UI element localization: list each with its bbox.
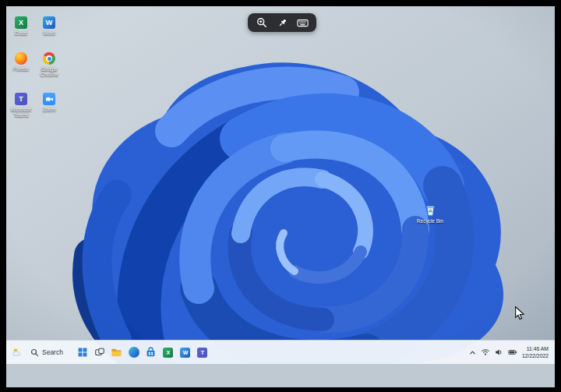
search-label: Search xyxy=(42,348,63,356)
word-icon: W xyxy=(43,16,55,29)
desktop-icon-label: Microsoft Teams xyxy=(7,107,35,118)
wifi-icon xyxy=(481,348,490,356)
desktop-icon-label: Firefox xyxy=(13,66,29,72)
desktop-icon-zoom[interactable]: Zoom xyxy=(35,93,63,112)
clock[interactable]: 11:46 AM 12/22/2022 xyxy=(522,345,549,359)
start-button[interactable] xyxy=(76,345,90,359)
task-view-button[interactable] xyxy=(93,345,107,359)
zoom-app-icon xyxy=(43,93,55,105)
task-view-icon xyxy=(94,347,105,358)
microsoft-store-icon xyxy=(145,347,157,358)
desktop-icon-excel[interactable]: X Excel xyxy=(7,16,35,36)
hidden-icons-chevron[interactable] xyxy=(469,349,476,356)
desktop-icon-label: Zoom xyxy=(43,107,56,112)
virtual-machine-screen: X Excel W Word Firefox Google Chrome T M… xyxy=(6,6,555,387)
chevron-up-icon xyxy=(469,349,476,356)
pin-icon xyxy=(277,18,288,28)
desktop-icon-firefox[interactable]: Firefox xyxy=(7,52,35,72)
store-button[interactable] xyxy=(144,345,158,359)
zoom-in-icon xyxy=(256,17,267,28)
windows-start-icon xyxy=(77,347,88,358)
bloom-wallpaper xyxy=(6,6,555,364)
weather-widgets-icon xyxy=(12,348,23,357)
firefox-icon xyxy=(15,52,27,65)
excel-taskbar-button[interactable]: X xyxy=(161,345,175,359)
desktop-icon-label: Word xyxy=(43,30,55,36)
widgets-button[interactable] xyxy=(12,348,23,357)
volume-icon xyxy=(495,348,503,356)
desktop-icon-word[interactable]: W Word xyxy=(35,16,63,36)
keyboard-icon xyxy=(297,18,309,28)
desktop[interactable]: X Excel W Word Firefox Google Chrome T M… xyxy=(6,6,555,364)
video-camera-icon xyxy=(44,94,55,104)
desktop-icon-teams[interactable]: T Microsoft Teams xyxy=(7,93,35,118)
chrome-icon xyxy=(43,52,55,65)
desktop-icon-label: Excel xyxy=(15,30,27,36)
battery-tray-button[interactable] xyxy=(508,348,517,356)
network-tray-button[interactable] xyxy=(481,348,490,356)
excel-letter: X xyxy=(167,350,171,355)
desktop-icon-label: Recycle Bin xyxy=(417,218,443,224)
word-taskbar-button[interactable]: W xyxy=(178,345,192,359)
excel-icon: X xyxy=(15,16,27,29)
desktop-icon-label: Google Chrome xyxy=(35,66,63,78)
battery-icon xyxy=(508,348,517,356)
teams-icon: T xyxy=(15,93,27,105)
taskbar-pinned-apps: X W T xyxy=(76,345,210,359)
excel-letter: X xyxy=(19,19,23,26)
clock-date: 12/22/2022 xyxy=(522,352,549,359)
excel-icon: X xyxy=(163,348,173,358)
word-letter: W xyxy=(183,350,189,355)
word-letter: W xyxy=(46,19,53,26)
taskbar-left: Search xyxy=(6,348,63,357)
clock-time: 11:46 AM xyxy=(522,345,549,352)
edge-button[interactable] xyxy=(127,345,141,359)
pin-button[interactable] xyxy=(275,16,289,30)
teams-letter: T xyxy=(201,350,204,355)
teams-taskbar-button[interactable]: T xyxy=(196,345,210,359)
remote-control-toolbar xyxy=(248,13,316,32)
desktop-icon-recycle-bin[interactable]: Recycle Bin xyxy=(416,203,444,224)
teams-letter: T xyxy=(19,95,23,103)
file-explorer-icon xyxy=(111,347,122,358)
teams-icon: T xyxy=(197,348,207,358)
desktop-icon-chrome[interactable]: Google Chrome xyxy=(35,52,63,78)
remote-desktop-view: { "overlay_toolbar": { "buttons": [ {"na… xyxy=(0,0,561,392)
system-tray: 11:46 AM 12/22/2022 xyxy=(469,345,555,359)
taskbar: Search xyxy=(6,340,555,364)
keyboard-button[interactable] xyxy=(296,16,310,30)
search-icon xyxy=(30,348,39,357)
edge-icon xyxy=(129,347,139,358)
volume-tray-button[interactable] xyxy=(495,348,503,356)
recycle-bin-icon xyxy=(424,203,437,217)
zoom-in-button[interactable] xyxy=(255,16,269,30)
file-explorer-button[interactable] xyxy=(110,345,124,359)
word-icon: W xyxy=(180,348,190,358)
taskbar-search[interactable]: Search xyxy=(30,348,63,357)
